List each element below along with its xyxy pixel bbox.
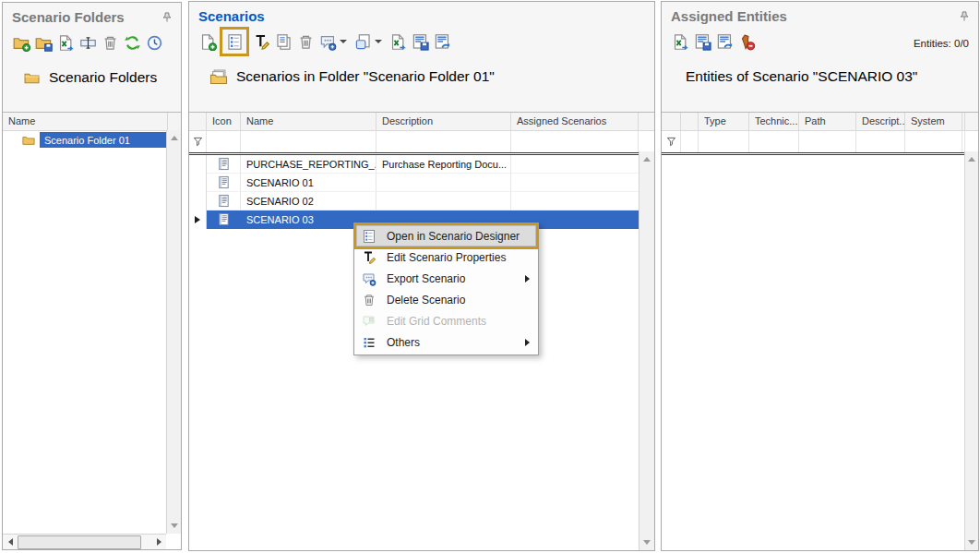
export-dropdown-arrow-icon[interactable]: [340, 40, 347, 43]
export-excel-button[interactable]: [387, 30, 409, 53]
table-row[interactable]: SCENARIO 01: [189, 174, 654, 192]
cell-assigned[interactable]: [511, 192, 654, 210]
tree-horizontal-scrollbar[interactable]: [3, 534, 166, 549]
menu-item-export-scenario[interactable]: Export Scenario: [356, 268, 536, 289]
cell-description[interactable]: Purchase Reporting Docu...: [376, 155, 511, 174]
tree-vertical-scrollbar[interactable]: [166, 130, 181, 534]
save-report-button[interactable]: [409, 30, 431, 53]
save-report-button[interactable]: [691, 30, 713, 53]
save-report-icon: [412, 33, 429, 51]
column-type[interactable]: Type: [699, 113, 749, 130]
triangle-left-icon: [8, 538, 13, 546]
panel-title: Scenarios: [198, 8, 265, 24]
delete-folder-icon: [102, 34, 119, 52]
menu-item-others[interactable]: Others: [356, 331, 536, 353]
filter-cell[interactable]: [241, 131, 376, 152]
filter-cell[interactable]: [207, 131, 241, 152]
export-excel-button[interactable]: [669, 30, 691, 53]
filter-cell[interactable]: [749, 131, 799, 152]
menu-item-delete-scenario[interactable]: Delete Scenario: [356, 289, 536, 310]
filter-cell[interactable]: [662, 131, 681, 152]
tree-item-label[interactable]: Scenario Folder 01: [40, 132, 166, 148]
filter-cell[interactable]: [511, 131, 639, 152]
pin-icon[interactable]: [161, 11, 173, 24]
scroll-thumb[interactable]: [18, 535, 141, 549]
import-report-button[interactable]: [713, 30, 735, 53]
duplicate-dropdown-arrow-icon[interactable]: [375, 40, 382, 43]
scroll-down-button[interactable]: [640, 535, 653, 549]
duplicate-scenario-button[interactable]: [352, 30, 374, 53]
tree-column-name[interactable]: Name: [3, 113, 168, 130]
filter-cell[interactable]: [856, 131, 905, 152]
scroll-down-button[interactable]: [168, 519, 180, 533]
filter-cell[interactable]: [681, 131, 699, 152]
scroll-down-button[interactable]: [966, 535, 977, 549]
save-folder-button[interactable]: [32, 31, 54, 54]
column-description[interactable]: Description: [376, 113, 511, 130]
import-report-icon: [434, 33, 451, 51]
cell-assigned[interactable]: [511, 174, 654, 192]
add-folder-button[interactable]: [10, 31, 32, 54]
row-icon-cell: [207, 210, 241, 229]
menu-item-edit-grid-comments[interactable]: Edit Grid Comments: [356, 310, 536, 331]
filter-cell[interactable]: [699, 131, 749, 152]
filter-cell[interactable]: [189, 131, 207, 152]
open-in-scenario-designer-button[interactable]: [223, 30, 245, 53]
edit-scenario-properties-button[interactable]: [250, 30, 272, 53]
assigned-entities-toolbar: Entities: 0/0: [662, 24, 978, 54]
header-corner: [965, 113, 978, 130]
refresh-button[interactable]: [121, 31, 143, 54]
column-assigned-scenarios[interactable]: Assigned Scenarios: [511, 113, 639, 130]
filter-cell[interactable]: [799, 131, 856, 152]
column-icon[interactable]: Icon: [207, 113, 241, 130]
column-description[interactable]: Descript...: [856, 113, 905, 130]
column-system[interactable]: System: [905, 113, 962, 130]
scenario-icon: [217, 175, 231, 189]
delete-scenario-button[interactable]: [294, 30, 317, 53]
copy-scenario-button[interactable]: [272, 30, 294, 53]
scroll-up-button[interactable]: [168, 131, 180, 145]
add-folder-icon: [13, 34, 30, 52]
grid-vertical-scrollbar[interactable]: [639, 151, 654, 550]
cell-assigned[interactable]: [511, 155, 654, 174]
filter-cell[interactable]: [905, 131, 962, 152]
column-name[interactable]: Name: [241, 113, 376, 130]
grid-vertical-scrollbar[interactable]: [964, 151, 978, 550]
column-path[interactable]: Path: [799, 113, 856, 130]
tree-header-corner: [168, 113, 181, 130]
assigned-entities-heading: Entities of Scenario "SCENARIO 03": [662, 54, 978, 85]
scroll-left-button[interactable]: [3, 535, 18, 549]
export-excel-button[interactable]: [54, 31, 77, 54]
pin-icon[interactable]: [958, 10, 971, 23]
new-scenario-button[interactable]: [197, 30, 219, 53]
table-row[interactable]: PURCHASE_REPORTING_... Purchase Reportin…: [189, 155, 654, 174]
scenarios-heading: Scenarios in Folder "Scenario Folder 01": [189, 54, 654, 85]
cell-name[interactable]: SCENARIO 01: [241, 174, 376, 192]
panel-title: Scenario Folders: [12, 9, 125, 25]
column-blank: [681, 113, 699, 130]
scenario-designer-icon: [226, 33, 244, 51]
tree-item-scenario-folder-01[interactable]: Scenario Folder 01: [3, 131, 181, 149]
export-scenario-button[interactable]: [317, 30, 339, 53]
duplicate-icon: [354, 33, 372, 51]
remove-entity-button[interactable]: [735, 30, 758, 53]
cell-description[interactable]: [376, 192, 511, 210]
scroll-track[interactable]: [18, 535, 151, 549]
table-row[interactable]: SCENARIO 02: [189, 192, 654, 210]
cell-name[interactable]: PURCHASE_REPORTING_...: [241, 155, 376, 174]
menu-item-open-in-scenario-designer[interactable]: Open in Scenario Designer: [356, 225, 536, 246]
import-report-button[interactable]: [431, 30, 453, 53]
scroll-up-button[interactable]: [640, 152, 653, 166]
filter-cell[interactable]: [376, 131, 511, 152]
menu-item-edit-scenario-properties[interactable]: Edit Scenario Properties: [356, 246, 536, 268]
delete-folder-button[interactable]: [99, 31, 121, 54]
validate-button[interactable]: [143, 31, 165, 54]
cell-name[interactable]: SCENARIO 02: [241, 192, 376, 210]
rename-folder-button[interactable]: [77, 31, 99, 54]
cell-description[interactable]: [376, 174, 511, 192]
scroll-up-button[interactable]: [966, 152, 977, 166]
column-technical[interactable]: Technic...: [749, 113, 799, 130]
triangle-up-icon: [171, 136, 178, 140]
save-report-icon: [694, 33, 711, 51]
scroll-right-button[interactable]: [151, 535, 166, 549]
